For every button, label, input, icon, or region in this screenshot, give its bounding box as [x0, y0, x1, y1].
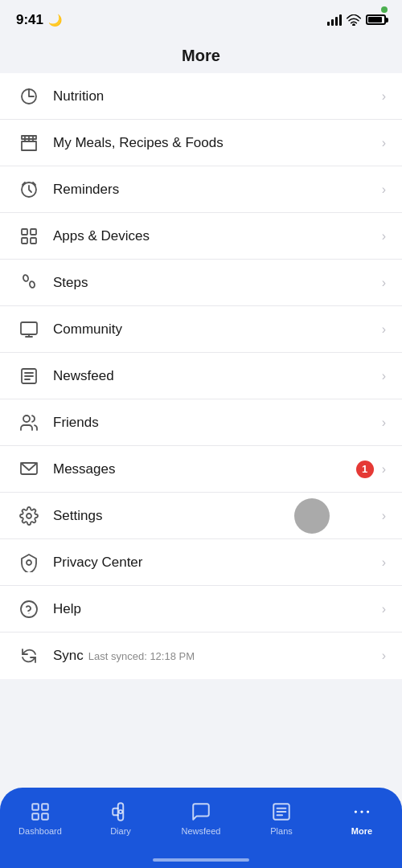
chevron-meals: › [382, 136, 386, 150]
green-dot [381, 6, 388, 13]
chevron-newsfeed: › [382, 369, 386, 383]
reminders-icon [16, 177, 42, 203]
menu-item-steps[interactable]: Steps › [0, 260, 402, 306]
menu-item-settings[interactable]: Settings › [0, 493, 402, 539]
status-icons [327, 14, 386, 26]
menu-item-help[interactable]: Help › [0, 586, 402, 633]
nav-label-diary: Diary [110, 826, 131, 836]
help-icon [16, 596, 42, 622]
svg-rect-9 [21, 322, 37, 334]
svg-point-7 [23, 274, 29, 281]
menu-label-messages: Messages [53, 461, 356, 477]
menu-label-newsfeed: Newsfeed [53, 368, 382, 384]
menu-item-nutrition[interactable]: Nutrition › [0, 73, 402, 120]
chevron-settings: › [382, 509, 386, 523]
chevron-apps: › [382, 229, 386, 244]
nav-item-dashboard[interactable]: Dashboard [0, 797, 80, 836]
svg-rect-20 [42, 813, 48, 820]
menu-label-sync: SyncLast synced: 12:18 PM [53, 648, 382, 664]
menu-label-settings: Settings [53, 508, 382, 524]
svg-rect-3 [22, 229, 27, 235]
chevron-friends: › [382, 416, 386, 430]
chevron-reminders: › [382, 182, 386, 197]
page-title: More [0, 35, 402, 73]
svg-rect-4 [31, 229, 36, 235]
svg-point-15 [21, 601, 37, 617]
nav-label-dashboard: Dashboard [18, 826, 62, 836]
wifi-icon [347, 14, 361, 26]
svg-rect-5 [22, 238, 27, 244]
menu-label-friends: Friends [53, 415, 382, 431]
svg-point-23 [355, 810, 357, 813]
svg-point-21 [119, 810, 122, 813]
menu-item-apps[interactable]: Apps & Devices › [0, 213, 402, 260]
svg-point-13 [27, 514, 31, 518]
steps-icon [16, 270, 42, 296]
sync-icon [16, 643, 42, 669]
svg-point-14 [27, 560, 31, 565]
messages-badge: 1 [356, 461, 374, 478]
friends-icon [16, 410, 42, 436]
status-bar: 9:41 🌙 [0, 0, 402, 35]
svg-point-8 [29, 280, 35, 288]
menu-label-steps: Steps [53, 275, 382, 291]
nav-label-plans: Plans [270, 826, 293, 836]
signal-icon [327, 14, 342, 26]
svg-rect-19 [32, 813, 39, 820]
nav-label-newsfeed: Newsfeed [182, 826, 221, 836]
home-indicator [153, 858, 249, 862]
menu-item-newsfeed[interactable]: Newsfeed › [0, 353, 402, 399]
menu-label-community: Community [53, 321, 382, 338]
svg-rect-18 [42, 804, 48, 810]
newsfeed-icon [16, 363, 42, 389]
svg-point-24 [360, 810, 363, 813]
menu-label-reminders: Reminders [53, 182, 382, 198]
apps-icon [16, 223, 42, 249]
menu-label-meals: My Meals, Recipes & Foods [53, 135, 382, 151]
floating-circle [294, 498, 330, 534]
menu-item-reminders[interactable]: Reminders › [0, 166, 402, 213]
status-time: 9:41 [16, 12, 43, 28]
chevron-messages: › [382, 462, 386, 477]
nav-item-newsfeed[interactable]: Newsfeed [161, 797, 241, 836]
nav-item-more[interactable]: More [322, 797, 402, 836]
svg-point-25 [367, 810, 369, 813]
community-icon [16, 317, 42, 342]
more-dots-icon [351, 800, 373, 823]
privacy-icon [16, 550, 42, 575]
menu-label-privacy: Privacy Center [53, 555, 382, 571]
nav-item-diary[interactable]: Diary [80, 797, 161, 836]
messages-icon [16, 457, 42, 482]
svg-rect-17 [32, 804, 39, 810]
newsfeed-nav-icon [190, 800, 212, 823]
svg-point-16 [29, 612, 30, 613]
meals-icon [16, 130, 42, 156]
moon-icon: 🌙 [48, 14, 62, 27]
svg-point-0 [353, 23, 355, 25]
menu-label-help: Help [53, 601, 382, 617]
menu-label-apps: Apps & Devices [53, 228, 382, 244]
menu-item-privacy[interactable]: Privacy Center › [0, 539, 402, 586]
nav-label-more: More [351, 826, 372, 836]
menu-label-nutrition: Nutrition [53, 88, 382, 104]
chevron-nutrition: › [382, 89, 386, 104]
menu-list: Nutrition › My Meals, Recipes & Foods › … [0, 73, 402, 679]
menu-item-community[interactable]: Community › [0, 306, 402, 353]
nav-item-plans[interactable]: Plans [241, 797, 322, 836]
settings-icon [16, 503, 42, 529]
chevron-privacy: › [382, 555, 386, 570]
menu-item-sync[interactable]: SyncLast synced: 12:18 PM › [0, 633, 402, 679]
battery-icon [366, 14, 386, 25]
svg-point-11 [23, 416, 30, 422]
menu-item-friends[interactable]: Friends › [0, 399, 402, 446]
nutrition-icon [16, 84, 42, 109]
menu-item-meals[interactable]: My Meals, Recipes & Foods › [0, 120, 402, 166]
chevron-community: › [382, 322, 386, 337]
plans-icon [270, 800, 293, 823]
chevron-sync: › [382, 649, 386, 663]
chevron-steps: › [382, 276, 386, 290]
chevron-help: › [382, 602, 386, 616]
dashboard-icon [29, 800, 51, 823]
diary-icon [109, 800, 132, 823]
menu-item-messages[interactable]: Messages 1 › [0, 446, 402, 493]
